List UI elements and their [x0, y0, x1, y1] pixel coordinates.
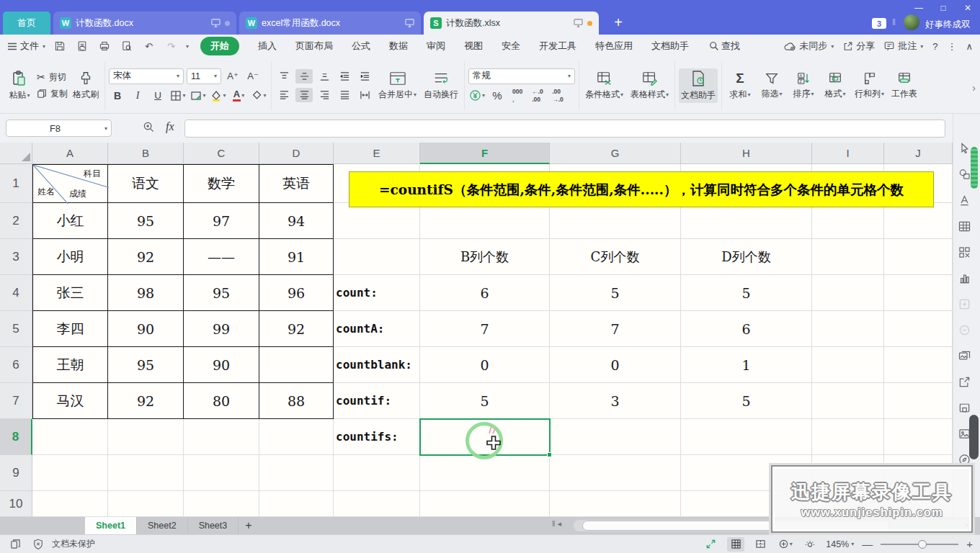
menu-tab-数据[interactable]: 数据	[389, 37, 408, 55]
doc-assistant-button[interactable]: 文档助手	[679, 68, 718, 103]
cell-G8[interactable]	[550, 419, 681, 455]
cell-E7[interactable]: countif:	[334, 383, 420, 419]
row-header-2[interactable]: 2	[0, 203, 32, 239]
increase-decimal-icon[interactable]: ←.0.00	[529, 89, 546, 103]
align-top-icon[interactable]	[275, 69, 293, 84]
format-button[interactable]: 格式▾	[821, 70, 850, 102]
distribute-icon[interactable]	[356, 88, 373, 102]
print-preview-icon[interactable]	[118, 39, 135, 53]
table-style-button[interactable]: 表格样式▾	[628, 69, 671, 102]
undo-icon[interactable]: ↶	[141, 39, 157, 53]
help-icon[interactable]: ?	[932, 41, 937, 52]
comma-style-icon[interactable]: 000,	[509, 89, 526, 103]
cell-G7[interactable]: 3	[550, 383, 681, 419]
cell-B10[interactable]	[108, 491, 184, 517]
clipboard-status-icon[interactable]	[7, 537, 24, 552]
name-box[interactable]: F8▾	[6, 120, 112, 137]
menu-tab-插入[interactable]: 插入	[258, 37, 277, 55]
cell-F2[interactable]	[420, 203, 550, 239]
cell-B1[interactable]: 语文	[108, 164, 184, 203]
cell-G2[interactable]	[550, 203, 681, 239]
zoom-in-button[interactable]: +	[966, 538, 973, 550]
menu-tab-特色应用[interactable]: 特色应用	[595, 37, 633, 55]
save-icon[interactable]	[51, 39, 68, 53]
export-icon[interactable]	[955, 372, 974, 391]
vertical-scrollbar-thumb[interactable]	[971, 147, 978, 189]
cell-B5[interactable]: 90	[108, 311, 184, 347]
fill-handle[interactable]	[547, 452, 552, 457]
menu-tab-安全[interactable]: 安全	[502, 37, 520, 55]
cell-G5[interactable]: 7	[550, 311, 681, 347]
cell-B6[interactable]: 95	[108, 347, 184, 383]
cell-E5[interactable]: countA:	[334, 311, 420, 347]
row-header-4[interactable]: 4	[0, 275, 32, 311]
cell-C8[interactable]	[184, 419, 259, 455]
cell-D4[interactable]: 96	[259, 275, 334, 311]
doc-tab-writer-1[interactable]: W 计数函数.docx	[53, 12, 236, 35]
cell-J6[interactable]	[884, 347, 953, 383]
zoom-level[interactable]: 145%▾	[826, 539, 854, 549]
cell-H3[interactable]: D列个数	[681, 239, 812, 275]
column-header-B[interactable]: B	[108, 143, 184, 164]
decrease-font-icon[interactable]: A⁻	[244, 69, 262, 84]
add-sheet-button[interactable]: +	[239, 518, 258, 534]
pin-icon[interactable]	[225, 21, 230, 26]
decrease-decimal-icon[interactable]: .00→.0	[549, 89, 566, 103]
decrease-indent-icon[interactable]	[336, 69, 353, 84]
currency-icon[interactable]: ▾	[468, 89, 486, 103]
quickbar-dropdown-icon[interactable]: ▾	[186, 43, 189, 50]
zoom-formula-icon[interactable]	[143, 121, 155, 133]
percent-icon[interactable]: %	[489, 89, 506, 103]
wordart-icon[interactable]	[955, 191, 974, 210]
sheet-tab-Sheet2[interactable]: Sheet2	[137, 517, 188, 534]
rows-cols-button[interactable]: 行和列▾	[852, 70, 886, 102]
redo-icon[interactable]: ↷	[163, 39, 179, 53]
zoom-slider[interactable]	[881, 544, 958, 545]
cell-I2[interactable]	[812, 203, 884, 239]
cell-B4[interactable]: 98	[108, 275, 184, 311]
cell-A6[interactable]: 王朝	[32, 347, 108, 383]
menu-tab-开发工具[interactable]: 开发工具	[539, 37, 576, 55]
cell-C6[interactable]: 90	[184, 347, 259, 383]
page-break-view-icon[interactable]	[752, 537, 769, 552]
cell-E3[interactable]	[334, 239, 420, 275]
cell-J5[interactable]	[884, 311, 953, 347]
tool-faded-1-icon[interactable]	[955, 295, 974, 313]
cell-F9[interactable]	[420, 455, 550, 491]
align-right-icon[interactable]	[316, 88, 333, 102]
minimize-button[interactable]: —	[906, 0, 931, 16]
cell-F4[interactable]: 6	[420, 275, 550, 311]
cell-B7[interactable]: 92	[108, 383, 184, 419]
share-button[interactable]: 分享	[843, 40, 875, 53]
column-header-D[interactable]: D	[259, 143, 334, 164]
cell-F6[interactable]: 0	[420, 347, 550, 383]
username[interactable]: 好事终成双	[925, 19, 971, 31]
cell-G10[interactable]	[550, 491, 681, 517]
row-header-1[interactable]: 1	[0, 164, 32, 203]
conditional-format-button[interactable]: 条件格式▾	[583, 69, 625, 102]
cell-E2[interactable]	[334, 203, 420, 239]
clipboard-panel-icon[interactable]	[955, 398, 974, 417]
paste-button[interactable]: 粘贴▾	[5, 68, 34, 103]
font-color-icon[interactable]: A▾	[230, 89, 247, 103]
cell-C3[interactable]: ——	[184, 239, 259, 275]
cell-C4[interactable]: 95	[184, 275, 259, 311]
worksheet-button[interactable]: 工作表	[889, 70, 919, 102]
wrap-text-button[interactable]: 自动换行	[422, 69, 460, 102]
cell-J2[interactable]	[884, 203, 953, 239]
cell-C9[interactable]	[184, 455, 259, 491]
home-tab[interactable]: 首页	[3, 12, 50, 35]
cell-D1[interactable]: 英语	[259, 164, 334, 203]
fullscreen-icon[interactable]	[703, 537, 719, 552]
panel-handle[interactable]	[969, 415, 979, 459]
font-size-select[interactable]: 11▾	[187, 68, 221, 84]
cell-C7[interactable]: 80	[184, 383, 259, 419]
cell-B2[interactable]: 95	[108, 203, 184, 239]
row-header-8[interactable]: 8	[0, 419, 32, 455]
menu-tab-审阅[interactable]: 审阅	[427, 37, 445, 55]
menu-tab-开始[interactable]: 开始	[200, 37, 239, 55]
cut-button[interactable]: ✂剪切	[37, 71, 68, 84]
cell-D3[interactable]: 91	[259, 239, 334, 275]
align-bottom-icon[interactable]	[316, 69, 333, 84]
cell-B9[interactable]	[108, 455, 184, 491]
